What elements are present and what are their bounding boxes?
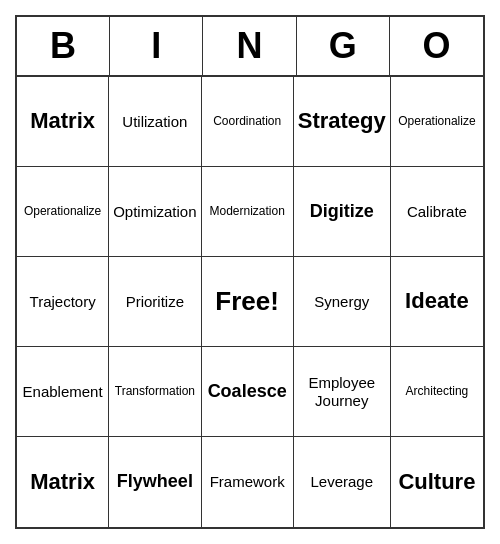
- bingo-cell: Matrix: [17, 77, 109, 167]
- bingo-cell: Employee Journey: [294, 347, 391, 437]
- cell-text: Matrix: [30, 469, 95, 495]
- cell-text: Flywheel: [117, 471, 193, 493]
- bingo-cell: Synergy: [294, 257, 391, 347]
- bingo-cell: Utilization: [109, 77, 201, 167]
- cell-text: Modernization: [209, 204, 284, 218]
- bingo-cell: Ideate: [391, 257, 483, 347]
- cell-text: Enablement: [23, 383, 103, 401]
- cell-text: Utilization: [122, 113, 187, 131]
- bingo-cell: Calibrate: [391, 167, 483, 257]
- bingo-cell: Free!: [202, 257, 294, 347]
- cell-text: Operationalize: [24, 204, 101, 218]
- cell-text: Digitize: [310, 201, 374, 223]
- bingo-cell: Operationalize: [391, 77, 483, 167]
- bingo-cell: Strategy: [294, 77, 391, 167]
- bingo-cell: Leverage: [294, 437, 391, 527]
- header-letter: O: [390, 17, 483, 75]
- cell-text: Strategy: [298, 108, 386, 134]
- cell-text: Architecting: [406, 384, 469, 398]
- cell-text: Employee Journey: [298, 374, 386, 410]
- bingo-cell: Enablement: [17, 347, 109, 437]
- cell-text: Coalesce: [208, 381, 287, 403]
- header-letter: G: [297, 17, 390, 75]
- cell-text: Coordination: [213, 114, 281, 128]
- cell-text: Optimization: [113, 203, 196, 221]
- cell-text: Prioritize: [126, 293, 184, 311]
- bingo-cell: Digitize: [294, 167, 391, 257]
- cell-text: Transformation: [115, 384, 195, 398]
- bingo-cell: Prioritize: [109, 257, 201, 347]
- cell-text: Operationalize: [398, 114, 475, 128]
- bingo-cell: Matrix: [17, 437, 109, 527]
- bingo-cell: Trajectory: [17, 257, 109, 347]
- bingo-header: BINGO: [17, 17, 483, 77]
- header-letter: B: [17, 17, 110, 75]
- cell-text: Calibrate: [407, 203, 467, 221]
- bingo-grid: MatrixUtilizationCoordinationStrategyOpe…: [17, 77, 483, 527]
- bingo-cell: Coalesce: [202, 347, 294, 437]
- bingo-cell: Architecting: [391, 347, 483, 437]
- cell-text: Framework: [210, 473, 285, 491]
- cell-text: Ideate: [405, 288, 469, 314]
- bingo-cell: Flywheel: [109, 437, 201, 527]
- bingo-cell: Culture: [391, 437, 483, 527]
- cell-text: Synergy: [314, 293, 369, 311]
- cell-text: Trajectory: [30, 293, 96, 311]
- bingo-cell: Transformation: [109, 347, 201, 437]
- header-letter: I: [110, 17, 203, 75]
- header-letter: N: [203, 17, 296, 75]
- bingo-cell: Operationalize: [17, 167, 109, 257]
- bingo-card: BINGO MatrixUtilizationCoordinationStrat…: [15, 15, 485, 529]
- cell-text: Free!: [215, 286, 279, 317]
- bingo-cell: Optimization: [109, 167, 201, 257]
- cell-text: Matrix: [30, 108, 95, 134]
- cell-text: Culture: [398, 469, 475, 495]
- cell-text: Leverage: [310, 473, 373, 491]
- bingo-cell: Modernization: [202, 167, 294, 257]
- bingo-cell: Coordination: [202, 77, 294, 167]
- bingo-cell: Framework: [202, 437, 294, 527]
